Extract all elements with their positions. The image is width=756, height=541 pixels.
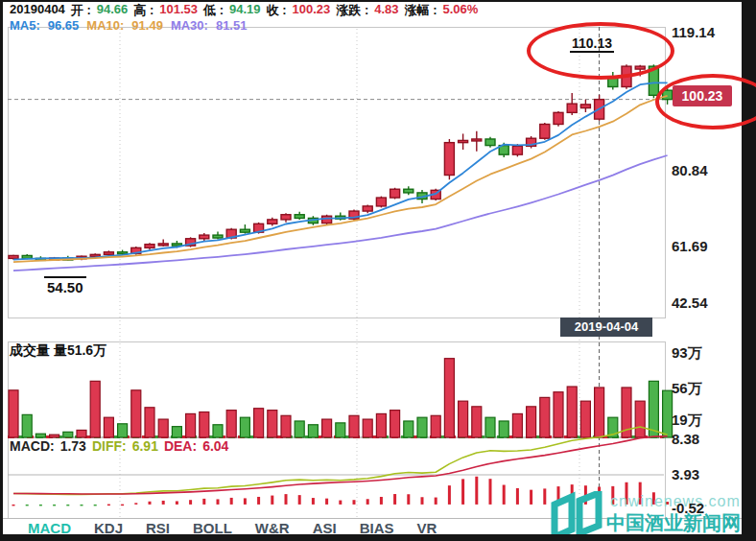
tab-rsi[interactable]: RSI (146, 520, 170, 536)
ohlc-info-bar: 20190404 开 : 94.66 高 : 101.53 低 : 94.19 … (10, 2, 478, 17)
macd-pane-labels: MACD: 1.73 DIFF: 6.91 DEA: 6.04 (10, 438, 228, 454)
low-value: 94.19 (229, 2, 261, 17)
change-label: 涨跌 : (336, 2, 368, 17)
dea-value: 6.04 (202, 438, 228, 454)
macd-axis-838: 8.38 (672, 432, 741, 447)
candlestick-chart-canvas[interactable] (0, 0, 756, 541)
change-pct-value: 5.06% (443, 2, 479, 17)
high-label: 高 : (133, 2, 154, 17)
ma10-value: 91.49 (131, 18, 163, 33)
high-value: 101.53 (159, 2, 198, 17)
ma5-label: MA5: (10, 18, 40, 33)
ma-legend: MA5: 96.65 MA10: 91.49 MA30: 81.51 (10, 18, 247, 33)
tab-bias[interactable]: BIAS (360, 520, 394, 536)
tab-vr[interactable]: VR (417, 520, 437, 536)
macd-axis-neg052: -0.52 (672, 501, 741, 516)
highlight-ellipse-peak (527, 22, 674, 80)
volume-axis-93: 93万 (672, 345, 741, 361)
dea-label: DEA: (164, 438, 197, 454)
macd-label: MACD: (10, 438, 55, 454)
close-label: 收 : (267, 2, 287, 17)
low-price-annotation: 54.50 (44, 276, 86, 295)
info-date: 20190404 (10, 2, 65, 17)
volume-pane-label: 成交量 量51.6万 (10, 342, 106, 360)
price-axis-61: 61.69 (672, 239, 741, 254)
volume-axis-19: 19万 (672, 412, 741, 428)
change-pct-label: 涨幅 : (405, 2, 437, 17)
tab-boll[interactable]: BOLL (193, 520, 232, 536)
tab-asi[interactable]: ASI (313, 520, 337, 536)
ma10-label: MA10: (86, 18, 124, 33)
ma30-label: MA30: (171, 18, 208, 33)
price-axis-42: 42.54 (672, 295, 741, 311)
tab-wr[interactable]: W&R (255, 520, 290, 536)
price-axis-119: 119.14 (672, 25, 741, 40)
macd-value: 1.73 (60, 438, 86, 454)
frame-bottom-edge (0, 534, 756, 541)
watermark-logo-icon (547, 491, 604, 539)
price-axis-80: 80.84 (672, 163, 741, 178)
ma5-value: 96.65 (48, 18, 80, 33)
open-label: 开 : (71, 2, 91, 17)
diff-value: 6.91 (132, 438, 158, 454)
close-value: 100.23 (293, 2, 331, 17)
volume-axis-56: 56万 (672, 381, 741, 396)
tab-kdj[interactable]: KDJ (94, 520, 123, 536)
ma30-value: 81.51 (216, 18, 248, 33)
macd-axis-393: 3.93 (672, 467, 741, 482)
crosshair-date-badge: 2019-04-04 (560, 318, 652, 337)
open-value: 94.66 (97, 2, 129, 17)
stock-chart-app: 20190404 开 : 94.66 高 : 101.53 低 : 94.19 … (0, 0, 756, 541)
frame-top-edge (0, 0, 756, 2)
tab-macd[interactable]: MACD (28, 520, 71, 536)
diff-label: DIFF: (92, 438, 127, 454)
frame-left-edge (0, 0, 3, 541)
change-value: 4.83 (374, 2, 398, 17)
low-label: 低 : (203, 2, 224, 17)
